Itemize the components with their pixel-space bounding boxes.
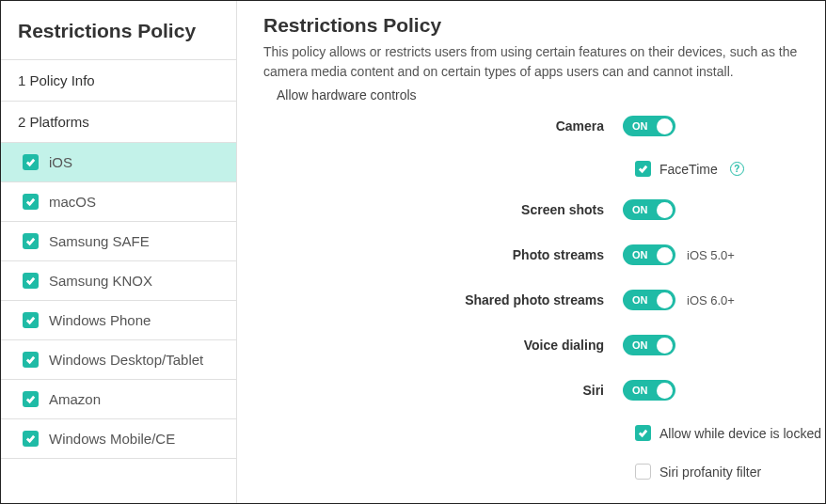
check-icon bbox=[23, 431, 39, 447]
toggle-knob bbox=[657, 292, 673, 308]
setting-label: Voice dialing bbox=[263, 338, 623, 353]
platform-item-samsung-safe[interactable]: Samsung SAFE bbox=[1, 222, 236, 261]
sub-setting-siri-locked: Allow while device is locked bbox=[635, 425, 825, 441]
platform-item-windows-desktop-tablet[interactable]: Windows Desktop/Tablet bbox=[1, 340, 236, 380]
toggle-camera[interactable]: ON bbox=[623, 116, 675, 136]
check-icon bbox=[23, 194, 39, 210]
sub-setting-siri-profanity: Siri profanity filter bbox=[635, 464, 825, 480]
check-icon bbox=[23, 352, 39, 368]
toggle-knob bbox=[657, 202, 673, 218]
page-description: This policy allows or restricts users fr… bbox=[263, 42, 825, 82]
section-label-hardware: Allow hardware controls bbox=[277, 87, 825, 102]
setting-label: Camera bbox=[263, 118, 623, 134]
toggle-on-label: ON bbox=[632, 385, 648, 396]
toggle-on-label: ON bbox=[632, 120, 648, 132]
check-icon bbox=[23, 273, 39, 289]
check-icon bbox=[23, 233, 39, 249]
check-icon bbox=[23, 312, 39, 328]
platform-item-windows-mobile-ce[interactable]: Windows Mobile/CE bbox=[1, 419, 236, 459]
platform-item-macos[interactable]: macOS bbox=[1, 182, 236, 222]
toggle-siri[interactable]: ON bbox=[623, 380, 675, 401]
checkbox-siri-locked[interactable] bbox=[635, 425, 651, 441]
setting-siri: Siri ON bbox=[263, 380, 825, 401]
platform-label: Samsung SAFE bbox=[49, 233, 150, 249]
setting-label: Photo streams bbox=[263, 247, 623, 262]
setting-voice-dialing: Voice dialing ON bbox=[263, 335, 825, 355]
setting-label: Screen shots bbox=[263, 202, 623, 217]
nav-platforms[interactable]: 2 Platforms bbox=[1, 102, 236, 143]
setting-screenshots: Screen shots ON bbox=[263, 199, 825, 220]
checkbox-facetime[interactable] bbox=[635, 161, 651, 177]
platform-label: Windows Desktop/Tablet bbox=[49, 352, 203, 368]
toggle-knob bbox=[657, 247, 673, 263]
setting-label: Shared photo streams bbox=[263, 292, 623, 307]
sub-label: Allow while device is locked bbox=[659, 426, 821, 441]
platform-label: iOS bbox=[49, 154, 72, 170]
toggle-on-label: ON bbox=[632, 204, 648, 215]
toggle-screenshots[interactable]: ON bbox=[623, 199, 675, 220]
platform-label: Windows Mobile/CE bbox=[49, 431, 175, 447]
platform-item-windows-phone[interactable]: Windows Phone bbox=[1, 301, 236, 340]
sub-label: FaceTime bbox=[659, 162, 718, 177]
check-icon bbox=[23, 391, 39, 407]
platform-item-ios[interactable]: iOS bbox=[1, 143, 236, 182]
platform-list: iOS macOS Samsung SAFE Samsung KNOX Wind… bbox=[1, 143, 236, 459]
sidebar: Restrictions Policy 1 Policy Info 2 Plat… bbox=[1, 1, 237, 503]
toggle-on-label: ON bbox=[632, 339, 648, 351]
toggle-voice-dialing[interactable]: ON bbox=[623, 335, 675, 355]
toggle-shared-photo-streams[interactable]: ON bbox=[623, 290, 675, 310]
platform-label: macOS bbox=[49, 194, 96, 210]
setting-shared-photo-streams: Shared photo streams ON iOS 6.0+ bbox=[263, 290, 825, 310]
nav-policy-info[interactable]: 1 Policy Info bbox=[1, 60, 236, 102]
setting-label: Siri bbox=[263, 383, 623, 398]
toggle-knob bbox=[657, 118, 673, 134]
main-content: Restrictions Policy This policy allows o… bbox=[237, 1, 825, 503]
sub-setting-facetime: FaceTime ? bbox=[635, 161, 825, 177]
platform-label: Samsung KNOX bbox=[49, 273, 152, 289]
setting-photo-streams: Photo streams ON iOS 5.0+ bbox=[263, 244, 825, 265]
hint: iOS 6.0+ bbox=[687, 293, 735, 307]
platform-label: Amazon bbox=[49, 391, 101, 407]
page-title: Restrictions Policy bbox=[263, 14, 825, 37]
sub-label: Siri profanity filter bbox=[659, 465, 761, 480]
checkbox-siri-profanity[interactable] bbox=[635, 464, 651, 480]
sidebar-title: Restrictions Policy bbox=[1, 1, 236, 60]
hint: iOS 5.0+ bbox=[687, 248, 735, 262]
toggle-knob bbox=[657, 383, 673, 399]
toggle-knob bbox=[657, 338, 673, 354]
platform-item-amazon[interactable]: Amazon bbox=[1, 380, 236, 419]
help-icon[interactable]: ? bbox=[730, 162, 744, 176]
toggle-photo-streams[interactable]: ON bbox=[623, 244, 675, 265]
toggle-on-label: ON bbox=[632, 294, 648, 306]
setting-camera: Camera ON bbox=[263, 116, 825, 136]
check-icon bbox=[23, 154, 39, 170]
platform-item-samsung-knox[interactable]: Samsung KNOX bbox=[1, 261, 236, 301]
platform-label: Windows Phone bbox=[49, 312, 151, 328]
toggle-on-label: ON bbox=[632, 249, 648, 260]
